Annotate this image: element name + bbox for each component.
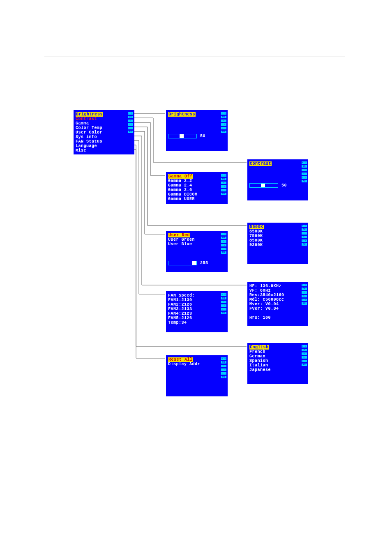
menu-item[interactable]: Gamma 2.4 xyxy=(168,183,192,188)
panel-icon[interactable]: ↔ xyxy=(301,232,307,235)
panel-icon[interactable]: MU xyxy=(221,192,227,196)
menu-item[interactable]: FAN Status xyxy=(76,139,102,144)
panel-icon[interactable]: MU xyxy=(127,130,134,133)
panel-icon[interactable]: ↓ - xyxy=(301,239,307,242)
menu-item[interactable]: 6500K xyxy=(249,229,263,234)
panel-icon[interactable]: ↑↓ xyxy=(301,172,307,175)
panel-icon[interactable]: + ☼ xyxy=(221,174,227,177)
slider[interactable]: 50 xyxy=(168,134,227,138)
panel-icon[interactable]: ↑↓ xyxy=(221,368,227,371)
menu-item[interactable]: 8500K xyxy=(249,238,263,243)
panel-icon[interactable]: ↑↓ xyxy=(127,123,134,126)
panel-icon[interactable]: + ☼ xyxy=(221,357,227,360)
menu-item[interactable]: User Blue xyxy=(168,242,192,246)
panel-icon[interactable]: + ☼ xyxy=(301,283,307,287)
panel-icon[interactable]: MU xyxy=(221,130,227,133)
panel-icon[interactable]: MU xyxy=(301,180,307,183)
panel-icon[interactable]: ↓ - xyxy=(301,359,307,363)
panel-icon[interactable]: ↓ - xyxy=(301,176,307,179)
panel-icon[interactable]: ↓ - xyxy=(127,127,134,130)
panel-icon[interactable]: ↑↓ xyxy=(301,235,307,239)
menu-item[interactable]: Gamma xyxy=(76,121,89,126)
panel-icon[interactable]: ↔ xyxy=(221,300,227,304)
panel-icon[interactable]: ↔ xyxy=(221,119,227,122)
panel-icon[interactable]: MU xyxy=(301,302,307,305)
panel-icon[interactable]: ↑↓ xyxy=(301,356,307,359)
panel-icon[interactable]: ↑↓ xyxy=(221,244,227,247)
menu-item[interactable]: French xyxy=(249,350,265,354)
info-line: FAN1:2130 xyxy=(168,298,192,302)
menu-item[interactable]: Color Temp xyxy=(76,126,102,130)
menu-item[interactable]: Gamma DICOM xyxy=(168,192,198,197)
slider-thumb[interactable] xyxy=(261,184,265,187)
panel-icon[interactable]: ↔ xyxy=(221,181,227,184)
panel-icon[interactable]: ↔ xyxy=(301,168,307,172)
panel-icon[interactable]: ↓ - xyxy=(221,189,227,192)
panel-icon[interactable]: + ☼ xyxy=(127,112,134,115)
main-menu-panel: BrightnessContrastGammaColor TempUser Co… xyxy=(74,110,134,154)
menu-item[interactable]: User Green xyxy=(168,237,195,242)
slider[interactable]: 50 xyxy=(249,183,307,188)
panel-icon[interactable]: OK xyxy=(221,177,227,181)
menu-item[interactable]: 7500K xyxy=(249,234,263,238)
panel-icon[interactable]: ↑↓ xyxy=(221,304,227,307)
menu-item[interactable]: Japanese xyxy=(249,368,271,372)
menu-item[interactable]: Reset All xyxy=(168,357,193,362)
panel-icon[interactable]: + ☼ xyxy=(221,232,227,236)
slider-thumb[interactable] xyxy=(180,134,184,138)
slider-thumb[interactable] xyxy=(192,261,196,265)
menu-item[interactable]: User Color xyxy=(76,130,102,135)
menu-item[interactable]: Brightness xyxy=(76,112,103,117)
panel-icon[interactable]: + ☼ xyxy=(301,345,307,348)
menu-item[interactable]: 5600K xyxy=(249,225,264,229)
panel-icon[interactable]: ↓ - xyxy=(221,308,227,311)
menu-item[interactable]: User Red xyxy=(168,233,190,237)
panel-icon[interactable]: ↑↓ xyxy=(301,295,307,298)
menu-item[interactable]: English xyxy=(249,345,269,350)
panel-icon[interactable]: + ☼ xyxy=(221,112,227,115)
menu-item[interactable]: Italian xyxy=(249,363,268,368)
panel-icon[interactable]: OK xyxy=(301,165,307,168)
menu-item[interactable]: Sys info xyxy=(76,135,97,139)
panel-icon[interactable]: OK xyxy=(221,361,227,364)
panel-icon[interactable]: ↔ xyxy=(221,364,227,368)
panel-icon[interactable]: ↓ - xyxy=(221,247,227,251)
panel-icon[interactable]: ↑↓ xyxy=(221,123,227,126)
menu-item[interactable]: Gamma 2.2 xyxy=(168,179,192,183)
panel-icon[interactable]: OK xyxy=(221,115,227,119)
panel-icon[interactable]: MU xyxy=(221,251,227,254)
panel-icon[interactable]: ↓ - xyxy=(301,298,307,302)
panel-icon[interactable]: + ☼ xyxy=(301,161,307,164)
panel-icon[interactable]: OK xyxy=(301,348,307,352)
panel-icon[interactable]: MU xyxy=(221,375,227,379)
panel-icon[interactable]: + ☼ xyxy=(301,224,307,228)
menu-item[interactable]: Misc xyxy=(76,148,86,153)
panel-icon[interactable]: OK xyxy=(221,297,227,300)
panel-icon[interactable]: ↔ xyxy=(301,291,307,294)
menu-item[interactable]: Language xyxy=(76,144,97,148)
panel-icon[interactable]: OK xyxy=(301,287,307,290)
menu-item[interactable]: Gamma 2.6 xyxy=(168,188,192,192)
panel-icon[interactable]: MU xyxy=(301,243,307,246)
info-line: Hrs: 160 xyxy=(249,315,271,320)
menu-item[interactable]: Gamma USER xyxy=(168,197,195,201)
menu-item[interactable]: 9300K xyxy=(249,243,263,247)
panel-icon[interactable]: ↑↓ xyxy=(221,185,227,188)
panel-icon[interactable]: ↓ - xyxy=(221,127,227,130)
panel-icon[interactable]: OK xyxy=(221,236,227,239)
menu-item[interactable]: Contrast xyxy=(76,117,97,121)
menu-item[interactable]: German xyxy=(249,354,265,359)
panel-icon[interactable]: + ☼ xyxy=(221,293,227,296)
panel-icon[interactable]: OK xyxy=(127,115,134,119)
panel-icon[interactable]: ↔ xyxy=(127,119,134,122)
panel-icon[interactable]: MU xyxy=(301,363,307,366)
menu-item[interactable]: Gamma Off xyxy=(168,174,193,179)
panel-icon[interactable]: ↔ xyxy=(221,240,227,243)
panel-icon[interactable]: OK xyxy=(301,228,307,231)
panel-icon[interactable]: ↓ - xyxy=(221,372,227,375)
panel-icon[interactable]: MU xyxy=(221,311,227,315)
panel-icon[interactable]: ↔ xyxy=(301,352,307,355)
slider[interactable]: 255 xyxy=(168,261,227,265)
menu-item[interactable]: Display Addr xyxy=(168,362,200,366)
menu-item[interactable]: Spanish xyxy=(249,359,268,363)
